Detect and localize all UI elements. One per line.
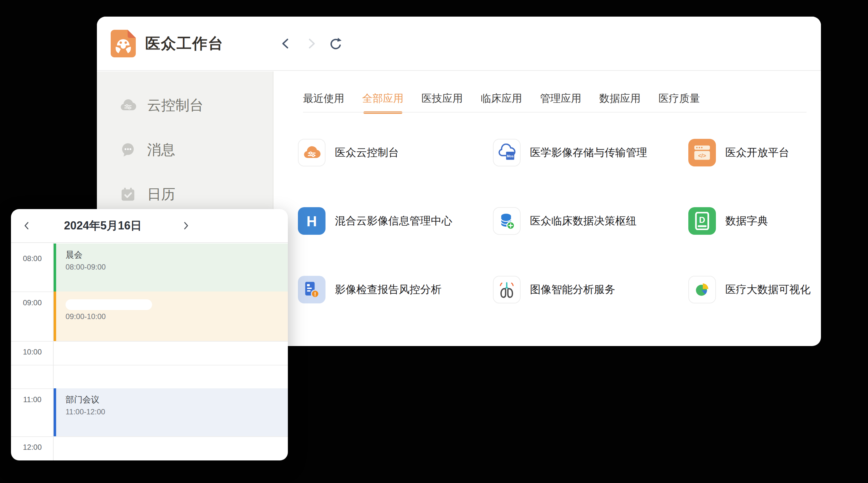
app-data-dictionary[interactable]: D 数据字典 — [688, 207, 768, 235]
sidebar-item-label: 日历 — [147, 185, 175, 204]
cloud-console-icon — [303, 143, 321, 162]
tab-clinical-apps[interactable]: 临床应用 — [481, 88, 522, 108]
cloud-settings-icon — [120, 97, 136, 114]
content-area: 最近使用 全部应用 医技应用 临床应用 管理应用 数据应用 医疗质量 — [274, 71, 821, 346]
hybrid-cloud-h-icon: H — [303, 212, 321, 230]
refresh-icon — [329, 36, 344, 52]
app-label: 影像检查报告风控分析 — [335, 282, 441, 297]
app-image-analysis[interactable]: 图像智能分析服务 — [493, 276, 615, 303]
app-open-platform[interactable]: </> 医众开放平台 — [688, 139, 789, 166]
time-label: 08:00 — [11, 254, 54, 263]
event-time: 08:00-09:00 — [66, 262, 288, 272]
tab-medtech-apps[interactable]: 医技应用 — [422, 88, 463, 108]
window-header: 医众工作台 — [97, 17, 821, 71]
app-tile: ! — [298, 276, 326, 303]
lungs-analysis-icon — [498, 281, 516, 299]
calendar-body: 08:00 09:00 10:00 11:00 12:00 晨会 08:00-0… — [11, 243, 288, 460]
mos-cloud-icon: Mos — [498, 143, 516, 162]
app-label: 图像智能分析服务 — [530, 282, 615, 297]
app-label: 医众云控制台 — [335, 146, 399, 160]
pie-chart-icon — [693, 281, 711, 299]
app-clinical-data-hub[interactable]: 医众临床数据决策枢纽 — [493, 207, 637, 235]
d-glyph: D — [699, 215, 705, 225]
calendar-card: 2024年5月16日 08:00 09:00 10:00 11:00 12:00… — [11, 209, 288, 460]
tab-all-apps[interactable]: 全部应用 — [362, 88, 404, 108]
sidebar-item-label: 消息 — [147, 140, 175, 159]
time-label: 10:00 — [11, 348, 54, 356]
tab-data-apps[interactable]: 数据应用 — [599, 88, 641, 108]
calendar-event-morning-meeting[interactable]: 晨会 08:00-09:00 — [54, 244, 288, 291]
h-glyph: H — [307, 214, 317, 229]
time-label: 12:00 — [11, 443, 54, 452]
open-platform-icon: </> — [693, 143, 711, 162]
message-icon — [120, 141, 136, 158]
event-title-redacted — [66, 299, 152, 310]
app-label: 数据字典 — [725, 214, 768, 228]
sidebar-item-cloud-console[interactable]: 云控制台 — [97, 95, 273, 115]
app-image-storage[interactable]: Mos 医学影像存储与传输管理 — [493, 139, 647, 166]
app-tile — [688, 276, 716, 303]
data-dictionary-icon: D — [693, 212, 711, 230]
app-tile — [493, 207, 521, 235]
time-label: 11:00 — [11, 395, 54, 404]
app-tile: H — [298, 207, 326, 235]
sidebar-item-messages[interactable]: 消息 — [97, 140, 273, 160]
app-tile: </> — [688, 139, 716, 166]
back-button[interactable] — [278, 36, 294, 52]
app-big-data-visualization[interactable]: 医疗大数据可视化 — [688, 276, 811, 303]
app-hybrid-cloud-center[interactable]: H 混合云影像信息管理中心 — [298, 207, 452, 235]
app-label: 医众临床数据决策枢纽 — [530, 214, 637, 228]
app-tile: Mos — [493, 139, 521, 166]
calendar-header: 2024年5月16日 — [11, 209, 288, 243]
window-title: 医众工作台 — [145, 34, 224, 54]
sidebar-item-label: 云控制台 — [147, 96, 204, 115]
clinical-database-icon — [498, 212, 516, 230]
event-title: 晨会 — [66, 249, 288, 260]
app-report-risk-analysis[interactable]: ! 影像检查报告风控分析 — [298, 276, 441, 303]
app-label: 混合云影像信息管理中心 — [335, 214, 452, 228]
tab-quality[interactable]: 医疗质量 — [658, 88, 700, 108]
time-column: 08:00 09:00 10:00 11:00 12:00 — [11, 243, 54, 460]
calendar-event-redacted[interactable]: 09:00-10:00 — [54, 291, 288, 341]
event-time: 11:00-12:00 — [66, 407, 288, 417]
calendar-icon — [120, 186, 136, 203]
app-cloud-console[interactable]: 医众云控制台 — [298, 139, 399, 166]
forward-button[interactable] — [303, 36, 319, 52]
tab-bar: 最近使用 全部应用 医技应用 临床应用 管理应用 数据应用 医疗质量 — [303, 88, 700, 108]
calendar-date-label: 2024年5月16日 — [48, 209, 158, 242]
app-label: 医疗大数据可视化 — [725, 282, 811, 297]
app-tile: D — [688, 207, 716, 235]
back-icon — [279, 37, 293, 51]
app-tile — [298, 139, 326, 166]
chevron-left-icon — [21, 220, 32, 231]
mos-badge-label: Mos — [507, 154, 514, 158]
sidebar-item-calendar[interactable]: 日历 — [97, 184, 273, 204]
event-time: 09:00-10:00 — [66, 312, 288, 321]
app-label: 医众开放平台 — [725, 146, 789, 160]
tab-admin-apps[interactable]: 管理应用 — [540, 88, 581, 108]
tab-recent[interactable]: 最近使用 — [303, 88, 344, 108]
calendar-event-department-meeting[interactable]: 部门会议 11:00-12:00 — [54, 388, 288, 436]
window-nav — [278, 17, 344, 71]
app-logo-icon — [111, 30, 136, 57]
forward-icon — [304, 37, 318, 51]
refresh-button[interactable] — [328, 36, 344, 52]
calendar-prev-button[interactable] — [17, 209, 36, 242]
report-risk-icon: ! — [303, 281, 321, 299]
app-label: 医学影像存储与传输管理 — [530, 146, 647, 160]
time-label: 09:00 — [11, 298, 54, 307]
chevron-right-icon — [180, 220, 192, 231]
app-grid: 医众云控制台 Mos 医学影像存储与传输管理 — [274, 112, 821, 346]
calendar-next-button[interactable] — [177, 209, 195, 242]
app-tile — [493, 276, 521, 303]
exclamation-glyph: ! — [314, 291, 316, 297]
event-title: 部门会议 — [66, 394, 288, 405]
code-glyph: </> — [698, 153, 706, 159]
